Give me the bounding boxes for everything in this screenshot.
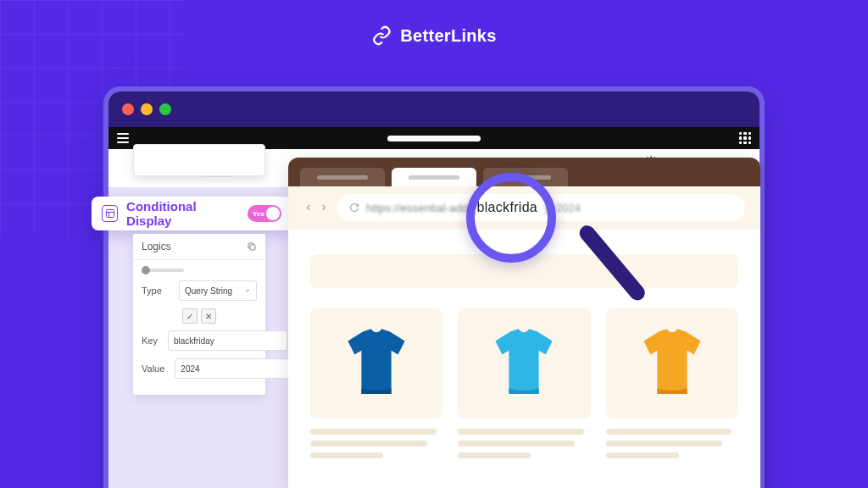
minimize-dot[interactable]	[141, 103, 153, 115]
hamburger-icon[interactable]	[117, 133, 129, 143]
brand-name: BetterLinks	[400, 26, 496, 46]
key-input[interactable]	[168, 330, 287, 351]
preview-tabstrip	[288, 158, 760, 186]
reload-icon[interactable]	[349, 202, 359, 213]
product-card[interactable]	[310, 308, 442, 458]
conditional-display-badge: Conditional Display Yes	[92, 197, 292, 230]
value-label: Value	[142, 363, 164, 374]
close-dot[interactable]	[122, 103, 134, 115]
logics-panel: Logics Type Query String ✓ ✕ Key Value	[133, 234, 265, 395]
url-highlight: blackfrida	[477, 200, 537, 215]
layout-icon	[102, 205, 118, 222]
preview-body	[288, 229, 760, 488]
apps-grid-icon[interactable]	[739, 132, 751, 144]
hero-placeholder	[310, 254, 738, 288]
logics-slider[interactable]	[142, 269, 184, 272]
url-text-blurred: https://essential-add	[366, 202, 469, 214]
confirm-button[interactable]: ✓	[182, 308, 198, 324]
type-select[interactable]: Query String	[179, 280, 257, 301]
chevron-down-icon	[244, 287, 251, 294]
topbar-handle	[387, 136, 481, 141]
logics-title: Logics	[142, 241, 171, 252]
tshirt-icon	[342, 325, 410, 402]
address-bar-row: https://essential-add blackfrida y=2024	[288, 186, 760, 229]
product-card[interactable]	[606, 308, 738, 458]
preview-tab-active[interactable]	[392, 168, 476, 186]
forward-icon[interactable]	[319, 202, 329, 213]
conditional-display-toggle[interactable]: Yes	[248, 205, 281, 222]
key-label: Key	[142, 336, 158, 346]
type-label: Type	[142, 286, 174, 296]
link-icon	[371, 25, 392, 46]
url-text-suffix: y=2024	[544, 202, 581, 214]
website-preview: https://essential-add blackfrida y=2024	[288, 158, 760, 488]
value-input[interactable]	[175, 358, 294, 379]
tshirt-icon	[490, 325, 558, 402]
product-card[interactable]	[458, 308, 590, 458]
brand-logo: BetterLinks	[371, 25, 496, 46]
cancel-button[interactable]: ✕	[201, 308, 216, 324]
svg-rect-2	[106, 210, 114, 218]
back-icon[interactable]	[303, 202, 314, 213]
product-grid	[310, 308, 738, 458]
maximize-dot[interactable]	[159, 103, 171, 115]
copy-icon[interactable]	[247, 241, 257, 252]
panel-subtitle	[142, 152, 145, 164]
tshirt-icon	[638, 325, 706, 402]
preview-tab[interactable]	[300, 168, 385, 186]
titlebar	[108, 92, 760, 127]
svg-rect-3	[250, 245, 255, 250]
preview-tab[interactable]	[483, 168, 568, 186]
property-panel	[133, 144, 265, 176]
conditional-display-title: Conditional Display	[126, 199, 239, 228]
url-bar[interactable]: https://essential-add blackfrida y=2024	[337, 194, 745, 221]
